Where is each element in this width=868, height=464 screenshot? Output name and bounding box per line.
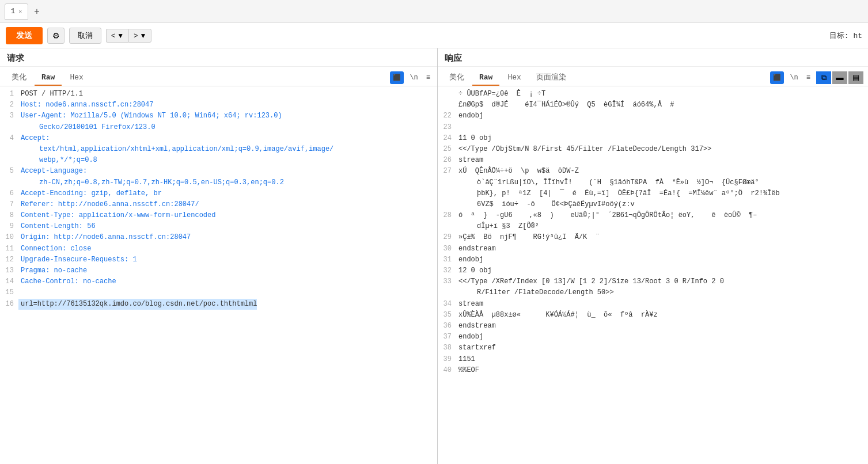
- prev-button[interactable]: < ▼: [106, 29, 128, 43]
- line-item: 7 Referer: http://node6.anna.nssctf.cn:2…: [0, 199, 437, 210]
- line-item: 3 User-Agent: Mozilla/5.0 (Windows NT 10…: [0, 111, 437, 121]
- next-label: > ▼: [134, 32, 146, 40]
- line-item: 34 stream: [438, 299, 868, 310]
- newline-icon-req[interactable]: \n: [407, 73, 420, 83]
- line-item: dÎµ+ï §3 Z[Õ®²: [438, 221, 868, 232]
- line-item: 38 startxref: [438, 343, 868, 353]
- prev-label: < ▼: [111, 32, 124, 40]
- line-item: R/Filter /FlateDecode/Length 50>>: [438, 287, 868, 298]
- request-tab-bar: 美化 Raw Hex ⬛ \n ≡: [0, 67, 437, 86]
- response-panel: 响应 美化 Raw Hex 页面渲染 ⬛ \n ≡ ⧉ ▬ ▤: [438, 48, 868, 464]
- tab-beautify-res[interactable]: 美化: [442, 69, 471, 86]
- copy-icon-req[interactable]: ⬛: [390, 71, 404, 84]
- line-item: 28 ó ª } -gU6 ,«8 ) eUã©;|° ´2B61¬qÔgÔRÔ…: [438, 210, 868, 221]
- line-item: 4 Accept:: [0, 133, 437, 144]
- response-content[interactable]: ÷ ÛUBfAP=¿0ê Ê ¡ ÷T £nØGp$ d®JÉ éI4¯HÁ1É…: [438, 86, 868, 464]
- view-toggle: ⧉ ▬ ▤: [816, 71, 863, 84]
- tab-1-close[interactable]: ✕: [18, 8, 22, 15]
- line-item: 9 Content-Length: 56: [0, 221, 437, 232]
- tab-render-res[interactable]: 页面渲染: [529, 69, 573, 86]
- line-item: 10 Origin: http://node6.anna.nssctf.cn:2…: [0, 232, 437, 243]
- line-item: 27 xÚ QÊnÂÖ¼÷+ö \p w$ä ôDW-Z: [438, 166, 868, 177]
- line-item: 6 Accept-Encoding: gzip, deflate, br: [0, 188, 437, 199]
- response-tab-icons: ⬛ \n ≡ ⧉ ▬ ▤: [770, 71, 863, 84]
- line-item: 13 Pragma: no-cache: [0, 265, 437, 276]
- line-item: 2 Host: node6.anna.nssctf.cn:28047: [0, 100, 437, 111]
- request-content[interactable]: 1 POST / HTTP/1.1 2 Host: node6.anna.nss…: [0, 86, 437, 464]
- menu-icon-res[interactable]: ≡: [804, 73, 813, 83]
- line-item: 40 %%EOF: [438, 365, 868, 376]
- tab-1[interactable]: 1 ✕: [5, 3, 28, 20]
- line-item: 26 stream: [438, 155, 868, 166]
- request-code: 1 POST / HTTP/1.1 2 Host: node6.anna.nss…: [0, 89, 437, 310]
- view-alt-button[interactable]: ▤: [848, 71, 863, 84]
- line-item: 29 »Ç±% Bö njF¶ RG!ý³û¿I Ä/K ¨: [438, 232, 868, 243]
- line-item: ÷ ÛUBfAP=¿0ê Ê ¡ ÷T: [438, 89, 868, 100]
- line-item: þbK}, p! ª1Z [4| ¯ é Ëù,=ï] ÒÊ£Þ{7âÎ =Éa…: [438, 188, 868, 199]
- view-split-button[interactable]: ⧉: [816, 71, 831, 84]
- request-tab-icons: ⬛ \n ≡: [390, 71, 433, 84]
- line-item: Gecko/20100101 Firefox/123.0: [0, 122, 437, 133]
- tab-bar: 1 ✕ +: [0, 0, 868, 23]
- line-item: £nØGp$ d®JÉ éI4¯HÁ1ÉÖ>®Ûý Q5 èGÎ¾Í áó64%…: [438, 100, 868, 111]
- line-item: 6VZ$ ïóu÷ -ô Ö¢<ÞÇàêËyµvI#oöý(z:v: [438, 199, 868, 210]
- line-item: 24 11 0 obj: [438, 133, 868, 144]
- tab-hex-res[interactable]: Hex: [501, 70, 528, 86]
- line-item: 30 endstream: [438, 244, 868, 254]
- request-panel: 请求 美化 Raw Hex ⬛ \n ≡ 1 POST / HTTP/1.1 2…: [0, 48, 438, 464]
- line-item: text/html,application/xhtml+xml,applicat…: [0, 144, 437, 155]
- line-item: 32 12 0 obj: [438, 265, 868, 276]
- tab-raw-res[interactable]: Raw: [472, 70, 499, 86]
- response-code: ÷ ÛUBfAP=¿0ê Ê ¡ ÷T £nØGp$ d®JÉ éI4¯HÁ1É…: [438, 89, 868, 376]
- tab-1-label: 1: [11, 7, 15, 16]
- settings-button[interactable]: ⚙: [47, 28, 65, 44]
- line-item: ò`âÇ¨1rLßu|ïO\, ÎÎïhvÎ! (¨H §1äóhT&PA fÀ…: [438, 177, 868, 188]
- line-item: 12 Upgrade-Insecure-Requests: 1: [0, 254, 437, 265]
- line-item: 35 xÛ%ÈÀÅ µ88x±ø« K¥ÓÁ½Á#¦ ù_ õ« fºâ rÀ¥…: [438, 310, 868, 321]
- tab-beautify-req[interactable]: 美化: [5, 69, 33, 86]
- line-item: 16 url=http://76135132qk.imdo.co/blog.cs…: [0, 299, 437, 310]
- line-item: 11 Connection: close: [0, 244, 437, 254]
- toolbar: 发送 ⚙ 取消 < ▼ > ▼ 目标: ht: [0, 23, 868, 48]
- line-item: 31 endobj: [438, 254, 868, 265]
- target-label: 目标: ht: [829, 31, 862, 41]
- copy-icon-res[interactable]: ⬛: [770, 71, 784, 84]
- response-panel-title: 响应: [438, 48, 868, 67]
- next-button[interactable]: > ▼: [128, 29, 151, 43]
- line-item: zh-CN,zh;q=0.8,zh-TW;q=0.7,zh-HK;q=0.5,e…: [0, 177, 437, 188]
- send-button[interactable]: 发送: [6, 27, 43, 44]
- line-item: 5 Accept-Language:: [0, 166, 437, 177]
- line-item: 33 <</Type /XRef/Index [0 13]/W [1 2 2]/…: [438, 276, 868, 287]
- menu-icon-req[interactable]: ≡: [424, 73, 433, 83]
- response-tab-bar: 美化 Raw Hex 页面渲染 ⬛ \n ≡ ⧉ ▬ ▤: [438, 67, 868, 86]
- line-item: 36 endstream: [438, 321, 868, 332]
- line-item: 25 <</Type /ObjStm/N 8/First 45/Filter /…: [438, 144, 868, 155]
- main-content: 请求 美化 Raw Hex ⬛ \n ≡ 1 POST / HTTP/1.1 2…: [0, 48, 868, 464]
- line-item: 37 endobj: [438, 332, 868, 343]
- tab-raw-req[interactable]: Raw: [35, 70, 62, 86]
- newline-icon-res[interactable]: \n: [787, 73, 800, 83]
- tab-hex-req[interactable]: Hex: [63, 70, 90, 86]
- line-item: 23: [438, 122, 868, 133]
- line-item: webp,*/*;q=0.8: [0, 155, 437, 166]
- request-panel-title: 请求: [0, 48, 437, 67]
- line-item: 1 POST / HTTP/1.1: [0, 89, 437, 100]
- cancel-button[interactable]: 取消: [69, 28, 101, 44]
- line-item: 14 Cache-Control: no-cache: [0, 276, 437, 287]
- line-item: 22 endobj: [438, 111, 868, 121]
- tab-add-button[interactable]: +: [32, 6, 41, 17]
- line-item: 39 1151: [438, 354, 868, 365]
- nav-group: < ▼ > ▼: [106, 29, 151, 43]
- line-item: 15: [0, 287, 437, 298]
- line-item: 8 Content-Type: application/x-www-form-u…: [0, 210, 437, 221]
- view-full-button[interactable]: ▬: [832, 71, 847, 84]
